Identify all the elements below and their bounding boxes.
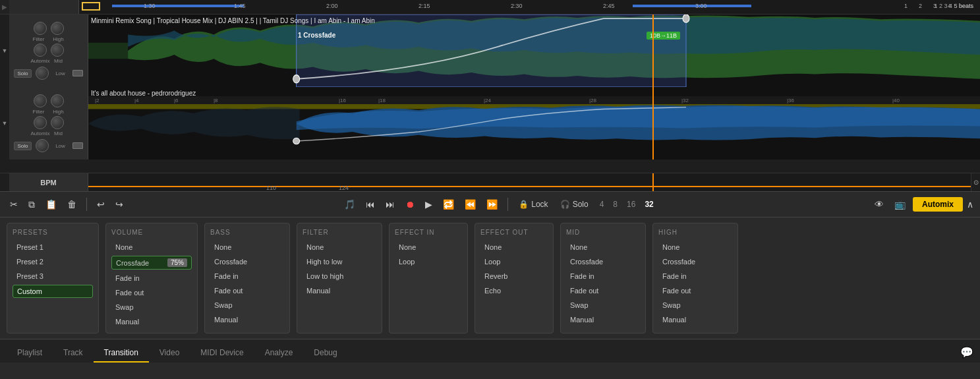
svg-rect-2 (297, 15, 686, 87)
effectout-reverb[interactable]: Reverb (480, 270, 548, 282)
track2-mid-knob[interactable] (51, 116, 64, 129)
track1-mini-btn[interactable] (72, 70, 83, 76)
low-label: Low (53, 71, 69, 76)
tab-transition[interactable]: Transition (94, 344, 149, 363)
fast-forward-btn[interactable]: ⏭ (382, 197, 398, 212)
filter-none[interactable]: None (303, 241, 376, 253)
loop-btn[interactable]: 🔁 (440, 197, 457, 212)
crossfade-label: 1 Crossfade (298, 32, 335, 39)
mid-manual[interactable]: Manual (566, 314, 640, 326)
track2-mini-btn[interactable] (72, 142, 83, 149)
record-btn[interactable]: ⏺ (402, 197, 418, 212)
volume-swap[interactable]: Swap (111, 301, 192, 313)
track2-expand[interactable]: ▼ (0, 87, 9, 160)
volume-fadeout[interactable]: Fade out (111, 287, 192, 299)
high-swap[interactable]: Swap (658, 299, 732, 311)
scrollbar-icon[interactable]: ⊙ (971, 173, 980, 191)
volume-crossfade[interactable]: Crossfade 75% (111, 256, 192, 270)
high-fadeout[interactable]: Fade out (658, 285, 732, 297)
high-crossfade[interactable]: Crossfade (658, 256, 732, 268)
tab-track[interactable]: Track (53, 344, 94, 363)
beat4-btn[interactable]: 4 (596, 198, 608, 210)
tab-video[interactable]: Video (149, 344, 190, 363)
preset3-item[interactable]: Preset 3 (13, 270, 93, 282)
redo-btn[interactable]: ↪ (112, 197, 127, 212)
high-fadein[interactable]: Fade in (658, 270, 732, 282)
track1-solo-btn[interactable]: Solo (14, 69, 31, 78)
mid-fadein[interactable]: Fade in (566, 270, 640, 282)
track2-high-knob[interactable] (51, 94, 64, 107)
volume-fadein[interactable]: Fade in (111, 272, 192, 284)
filter-low-high[interactable]: Low to high (303, 270, 376, 282)
headphone-icon: 🎧 (560, 200, 570, 209)
track1-high-knob[interactable] (51, 22, 64, 35)
track1-filter-knob[interactable] (34, 22, 47, 35)
track2-low-knob[interactable] (36, 139, 49, 152)
next-track-btn[interactable]: ⏩ (483, 197, 501, 212)
lock-btn[interactable]: 🔒 Lock (515, 198, 552, 211)
high-none[interactable]: None (658, 241, 732, 253)
track2-solo-btn[interactable]: Solo (14, 142, 31, 150)
copy-btn[interactable]: ⧉ (25, 197, 38, 212)
bass-fadein[interactable]: Fade in (210, 270, 284, 282)
preset1-item[interactable]: Preset 1 (13, 241, 93, 253)
mid-swap[interactable]: Swap (566, 299, 640, 311)
track1-low-knob[interactable] (36, 67, 49, 80)
beat8-btn[interactable]: 8 (610, 198, 621, 210)
paste-btn[interactable]: 📋 (42, 197, 60, 212)
rewind-btn[interactable]: ⏮ (362, 197, 378, 212)
track1-expand[interactable]: ▼ (0, 15, 9, 87)
ruler-mark-200: 2:00 (326, 3, 338, 9)
filter-high-low[interactable]: High to low (303, 256, 376, 268)
high-label: High (51, 36, 67, 42)
undo-btn[interactable]: ↩ (94, 197, 108, 212)
track1-auto-knob[interactable] (34, 44, 47, 57)
track2-auto-knob[interactable] (34, 116, 47, 129)
mid-fadeout[interactable]: Fade out (566, 285, 640, 297)
toolbar: ✂ ⧉ 📋 🗑 ↩ ↪ 🎵 ⏮ ⏭ ⏺ ▶ 🔁 ⏪ ⏩ 🔒 Lock 🎧 Sol… (0, 191, 980, 218)
screen-btn[interactable]: 📺 (891, 197, 909, 212)
bass-fadeout[interactable]: Fade out (210, 285, 284, 297)
bass-crossfade[interactable]: Crossfade (210, 256, 284, 268)
track2-filter-knob[interactable] (34, 94, 47, 107)
effectout-echo[interactable]: Echo (480, 285, 548, 297)
tab-midi-device[interactable]: MIDI Device (190, 344, 254, 363)
effectin-loop[interactable]: Loop (395, 256, 462, 268)
collapse-btn[interactable]: ∧ (967, 199, 973, 210)
filter-manual[interactable]: Manual (303, 285, 376, 297)
tab-playlist[interactable]: Playlist (7, 344, 53, 363)
mid-crossfade[interactable]: Crossfade (566, 256, 640, 268)
tab-analyze[interactable]: Analyze (254, 344, 304, 363)
solo-btn[interactable]: 🎧 Solo (556, 198, 592, 211)
beat-ruler: ▶ 1:30 1:45 2:00 2:15 2:30 2:45 3:00 1 2… (0, 0, 980, 15)
svg-point-3 (683, 15, 689, 22)
bass-manual[interactable]: Manual (210, 314, 284, 326)
metronome-btn[interactable]: 🎵 (341, 197, 359, 212)
bass-none[interactable]: None (210, 241, 284, 253)
effectout-none[interactable]: None (480, 241, 548, 253)
beat16-btn[interactable]: 16 (623, 198, 639, 210)
high-manual[interactable]: Manual (658, 314, 732, 326)
beat32-btn[interactable]: 32 (641, 198, 656, 210)
track1-mid-knob[interactable] (51, 44, 64, 57)
play-btn[interactable]: ▶ (422, 197, 436, 212)
volume-none[interactable]: None (111, 241, 192, 253)
volume-manual[interactable]: Manual (111, 316, 192, 328)
track2-inner-ruler: |2 |4 |6 |8 |16 |18 |24 |28 |32 |36 |40 (88, 96, 980, 104)
custom-item[interactable]: Custom (13, 285, 93, 298)
bass-swap[interactable]: Swap (210, 299, 284, 311)
effectin-none[interactable]: None (395, 241, 462, 253)
tab-debug[interactable]: Debug (303, 344, 347, 363)
preset2-item[interactable]: Preset 2 (13, 256, 93, 268)
prev-track-btn[interactable]: ⏪ (461, 197, 479, 212)
delete-btn[interactable]: 🗑 (64, 197, 80, 212)
mid-none[interactable]: None (566, 241, 640, 253)
track2-waveform: It's all about house - pedrorodriguez |2… (88, 87, 980, 160)
automix-btn[interactable]: Automix (913, 197, 963, 212)
mid-label: Mid (51, 58, 67, 64)
ruler-mark-300: 3:00 (695, 3, 707, 9)
view-btn[interactable]: 👁 (871, 197, 887, 212)
effectout-loop[interactable]: Loop (480, 256, 548, 268)
svg-point-7 (293, 138, 300, 144)
scissors-btn[interactable]: ✂ (7, 197, 21, 212)
